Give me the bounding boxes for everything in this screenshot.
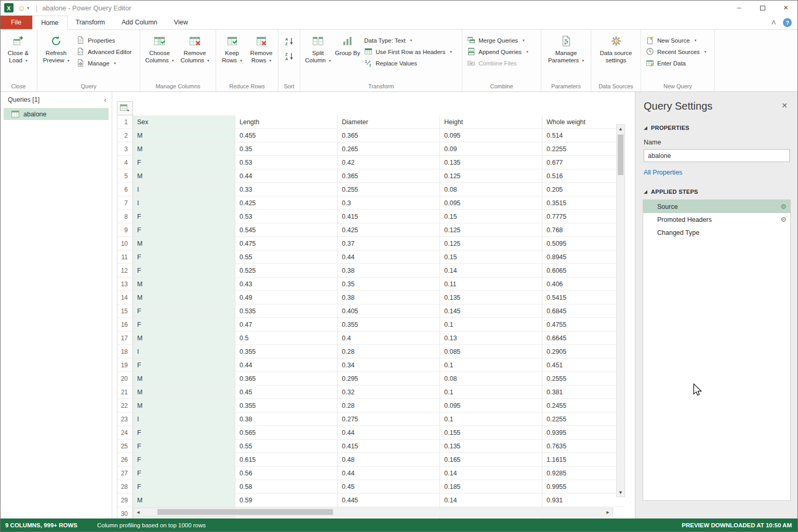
table-cell[interactable]: 0.415 bbox=[338, 440, 440, 453]
table-cell[interactable]: F bbox=[133, 426, 235, 440]
properties-button[interactable]: Properties bbox=[73, 35, 135, 46]
manage-button[interactable]: Manage ▾ bbox=[73, 58, 135, 69]
replace-values-button[interactable]: 12 Replace Values bbox=[361, 58, 455, 69]
table-cell[interactable]: 0.355 bbox=[338, 318, 440, 331]
status-profiling-info[interactable]: Column profiling based on top 1000 rows bbox=[97, 522, 206, 528]
collapse-panel-chevron-icon[interactable]: ‹ bbox=[104, 97, 107, 102]
data-type-button[interactable]: Data Type: Text ▾ bbox=[361, 35, 455, 46]
table-cell[interactable]: 0.28 bbox=[338, 345, 440, 358]
vertical-scroll-thumb[interactable] bbox=[618, 135, 623, 175]
table-cell[interactable]: 0.13 bbox=[440, 331, 542, 345]
row-number[interactable]: 23 bbox=[117, 413, 133, 426]
table-cell[interactable]: 0.295 bbox=[338, 372, 440, 385]
table-cell[interactable]: F bbox=[133, 304, 235, 318]
scroll-right-icon[interactable]: ► bbox=[603, 510, 613, 515]
table-cell[interactable]: 0.44 bbox=[235, 169, 338, 183]
query-list-item-abalone[interactable]: abalone bbox=[4, 108, 109, 120]
table-cell[interactable]: 0.445 bbox=[338, 494, 440, 507]
group-by-button[interactable]: Group By bbox=[334, 32, 361, 57]
row-number[interactable]: 18 bbox=[117, 345, 133, 358]
row-number[interactable]: 15 bbox=[117, 304, 133, 318]
applied-steps-section-header[interactable]: APPLIED STEPS bbox=[644, 189, 790, 195]
table-cell[interactable]: 0.125 bbox=[440, 169, 542, 183]
table-cell[interactable]: 0.43 bbox=[235, 277, 338, 291]
table-cell[interactable]: M bbox=[133, 129, 235, 142]
table-cell[interactable]: 0.365 bbox=[235, 372, 338, 385]
row-number[interactable]: 28 bbox=[117, 480, 133, 494]
manage-parameters-button[interactable]: Manage Parameters ▾ bbox=[546, 32, 587, 64]
feedback-smiley-icon[interactable]: ☺ bbox=[18, 4, 25, 12]
close-and-load-button[interactable]: Close & Load ▾ bbox=[2, 32, 35, 64]
table-cell[interactable]: 0.1 bbox=[440, 413, 542, 426]
table-cell[interactable]: 0.275 bbox=[338, 413, 440, 426]
row-number[interactable]: 1 bbox=[117, 115, 133, 129]
scroll-up-icon[interactable]: ▲ bbox=[617, 126, 624, 131]
row-number[interactable]: 16 bbox=[117, 318, 133, 331]
quick-access-caret-icon[interactable]: ▾ bbox=[27, 6, 29, 10]
table-cell[interactable]: M bbox=[133, 399, 235, 413]
table-cell[interactable]: 0.15 bbox=[440, 250, 542, 264]
tab-view[interactable]: View bbox=[166, 16, 196, 29]
table-cell[interactable]: 0.155 bbox=[440, 426, 542, 440]
table-cell[interactable]: 0.095 bbox=[440, 129, 542, 142]
vertical-scrollbar[interactable]: ▲ ▼ bbox=[616, 124, 625, 497]
step-settings-gear-icon[interactable]: ⚙ bbox=[780, 203, 787, 210]
row-number[interactable]: 2 bbox=[117, 129, 133, 142]
table-cell[interactable]: 0.405 bbox=[338, 304, 440, 318]
table-cell[interactable]: 0.14 bbox=[440, 494, 542, 507]
table-cell[interactable]: 0.095 bbox=[440, 196, 542, 210]
table-cell[interactable]: 0.1 bbox=[440, 318, 542, 331]
table-cell[interactable]: I bbox=[133, 183, 235, 196]
collapse-ribbon-icon[interactable]: ᐱ bbox=[772, 19, 776, 26]
table-cell[interactable]: 0.365 bbox=[338, 169, 440, 183]
row-number[interactable]: 26 bbox=[117, 453, 133, 467]
table-cell[interactable]: Height bbox=[440, 115, 542, 129]
all-properties-link[interactable]: All Properties bbox=[644, 169, 790, 176]
table-cell[interactable]: 0.425 bbox=[338, 223, 440, 237]
table-cell[interactable]: 0.53 bbox=[235, 210, 338, 223]
sort-descending-button[interactable]: ZA bbox=[285, 51, 294, 62]
data-source-settings-button[interactable]: Data source settings bbox=[595, 32, 637, 64]
table-cell[interactable]: 0.255 bbox=[338, 183, 440, 196]
tab-transform[interactable]: Transform bbox=[68, 16, 114, 29]
table-cell[interactable]: 0.135 bbox=[440, 291, 542, 304]
table-cell[interactable]: M bbox=[133, 142, 235, 156]
row-number[interactable]: 14 bbox=[117, 291, 133, 304]
row-number[interactable]: 30 bbox=[117, 507, 133, 518]
table-cell[interactable]: 0.47 bbox=[235, 318, 338, 331]
table-cell[interactable]: 0.44 bbox=[338, 250, 440, 264]
minimize-button[interactable]: ─ bbox=[727, 1, 751, 15]
table-cell[interactable]: M bbox=[133, 372, 235, 385]
split-column-button[interactable]: Split Column ▾ bbox=[302, 32, 334, 64]
table-cell[interactable]: F bbox=[133, 440, 235, 453]
row-number[interactable]: 22 bbox=[117, 399, 133, 413]
table-cell[interactable]: 0.565 bbox=[235, 426, 338, 440]
table-cell[interactable]: 0.33 bbox=[235, 183, 338, 196]
table-cell[interactable]: 0.455 bbox=[235, 129, 338, 142]
horizontal-scroll-thumb[interactable] bbox=[157, 509, 333, 515]
table-cell[interactable]: 0.44 bbox=[338, 467, 440, 480]
query-name-input[interactable] bbox=[644, 149, 790, 162]
row-number[interactable]: 25 bbox=[117, 440, 133, 453]
row-number[interactable]: 12 bbox=[117, 264, 133, 277]
table-cell[interactable]: Length bbox=[235, 115, 338, 129]
row-number[interactable]: 20 bbox=[117, 372, 133, 385]
table-cell[interactable]: 0.55 bbox=[235, 440, 338, 453]
new-source-button[interactable]: New Source ▾ bbox=[643, 35, 709, 46]
maximize-button[interactable] bbox=[751, 1, 774, 15]
row-number[interactable]: 4 bbox=[117, 156, 133, 169]
table-cell[interactable]: 0.44 bbox=[235, 358, 338, 372]
horizontal-scrollbar[interactable]: ◄ ► bbox=[133, 508, 613, 516]
help-icon[interactable]: ? bbox=[783, 18, 792, 27]
scroll-down-icon[interactable]: ▼ bbox=[617, 490, 624, 495]
applied-step[interactable]: Changed Type bbox=[643, 226, 790, 239]
table-cell[interactable]: F bbox=[133, 250, 235, 264]
table-cell[interactable]: 0.165 bbox=[440, 453, 542, 467]
table-cell[interactable]: 0.55 bbox=[235, 250, 338, 264]
table-cell[interactable]: 0.5 bbox=[235, 331, 338, 345]
row-number[interactable]: 24 bbox=[117, 426, 133, 440]
row-number[interactable]: 29 bbox=[117, 494, 133, 507]
applied-step[interactable]: Source ⚙ bbox=[643, 200, 790, 213]
table-cell[interactable]: 0.535 bbox=[235, 304, 338, 318]
row-number[interactable]: 8 bbox=[117, 210, 133, 223]
